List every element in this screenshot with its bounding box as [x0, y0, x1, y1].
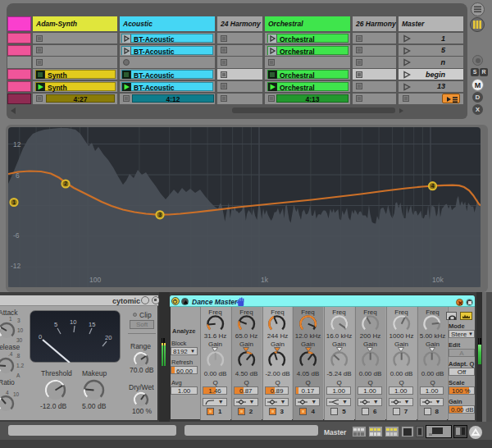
svg-text:12: 12 [13, 140, 21, 149]
svg-text:0: 0 [39, 333, 42, 341]
svg-text:10: 10 [70, 318, 76, 326]
svg-text:10k: 10k [432, 276, 444, 284]
svg-text:15: 15 [89, 321, 95, 328]
svg-text:20: 20 [105, 334, 112, 341]
svg-text:1k: 1k [261, 276, 269, 284]
svg-text:3: 3 [158, 212, 162, 217]
svg-text:100: 100 [89, 276, 101, 284]
svg-text:6: 6 [16, 171, 20, 180]
svg-text:2: 2 [64, 181, 67, 186]
svg-text:-12: -12 [11, 262, 21, 270]
svg-text:5: 5 [54, 321, 57, 328]
svg-text:4: 4 [431, 183, 435, 189]
svg-text:-6: -6 [13, 231, 20, 240]
svg-text:1: 1 [12, 199, 16, 205]
